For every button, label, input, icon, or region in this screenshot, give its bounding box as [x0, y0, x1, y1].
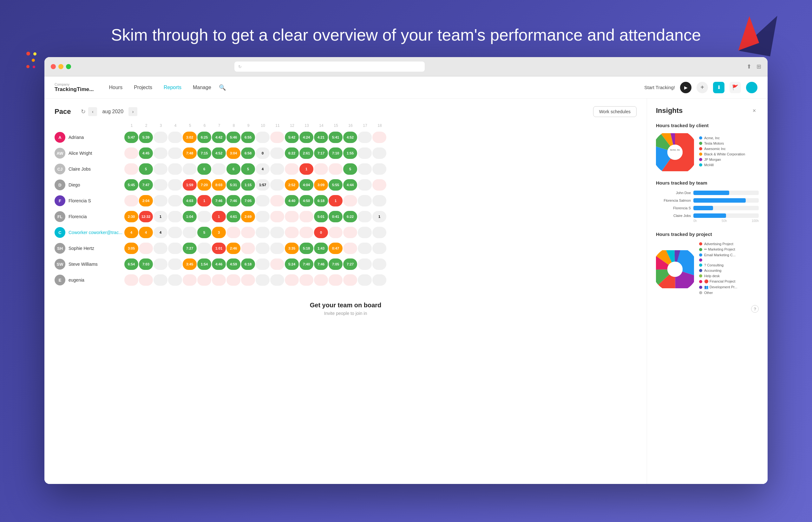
day-bubble[interactable]: 5:45: [124, 179, 138, 190]
day-bubble[interactable]: 6: [197, 163, 211, 175]
download-button[interactable]: ⬇: [713, 82, 725, 93]
day-bubble[interactable]: 4:40: [285, 195, 299, 206]
day-bubble[interactable]: 4:42: [212, 132, 226, 143]
day-bubble[interactable]: 4:46: [212, 259, 226, 270]
day-bubble[interactable]: 7:27: [183, 243, 197, 254]
day-bubble[interactable]: 5:24: [285, 259, 299, 270]
day-bubble[interactable]: 5: [139, 163, 153, 175]
day-bubble[interactable]: 3:04: [226, 147, 240, 159]
day-bubble[interactable]: 6:58: [241, 147, 255, 159]
day-bubble[interactable]: 6:25: [197, 132, 211, 143]
search-icon[interactable]: 🔍: [219, 84, 226, 91]
close-dot[interactable]: [51, 64, 56, 69]
day-bubble[interactable]: 4:61: [226, 211, 240, 222]
day-bubble[interactable]: 7:46: [226, 195, 240, 206]
day-bubble[interactable]: 1: [299, 163, 313, 175]
fullscreen-icon[interactable]: ⊞: [756, 63, 761, 70]
day-bubble[interactable]: 1:55: [343, 147, 357, 159]
day-bubble[interactable]: 6:55: [241, 132, 255, 143]
day-bubble[interactable]: 7:03: [139, 259, 153, 270]
maximize-dot[interactable]: [66, 64, 71, 69]
day-bubble[interactable]: 7:20: [197, 179, 211, 190]
day-bubble[interactable]: 5:47: [124, 132, 138, 143]
day-bubble[interactable]: 0: [314, 227, 328, 238]
day-bubble[interactable]: 7:17: [314, 147, 328, 159]
day-bubble[interactable]: 1: [197, 195, 211, 206]
work-schedules-button[interactable]: Work schedules: [593, 106, 637, 117]
day-bubble[interactable]: 7:05: [329, 259, 342, 270]
day-bubble[interactable]: 4:52: [212, 147, 226, 159]
day-bubble[interactable]: 12:32: [139, 211, 153, 222]
day-bubble[interactable]: 7:47: [139, 179, 153, 190]
day-bubble[interactable]: 2:46: [226, 243, 240, 254]
day-bubble[interactable]: 4:24: [299, 132, 313, 143]
day-bubble[interactable]: 4:44: [343, 179, 357, 190]
day-bubble[interactable]: 1:15: [241, 179, 255, 190]
nav-manage[interactable]: Manage: [193, 83, 211, 92]
day-bubble[interactable]: 2:30: [124, 211, 138, 222]
share-icon[interactable]: ⬆: [747, 63, 751, 70]
day-bubble[interactable]: 5: [241, 163, 255, 175]
nav-projects[interactable]: Projects: [134, 83, 152, 92]
day-bubble[interactable]: 3:05: [124, 243, 138, 254]
day-bubble[interactable]: 4:45: [139, 147, 153, 159]
day-bubble[interactable]: 5:39: [139, 132, 153, 143]
day-bubble[interactable]: 4:21: [314, 132, 328, 143]
help-icon[interactable]: ?: [751, 305, 759, 313]
minimize-dot[interactable]: [58, 64, 63, 69]
nav-reports[interactable]: Reports: [164, 83, 181, 92]
day-bubble[interactable]: 3:02: [183, 132, 197, 143]
day-bubble[interactable]: 1:43: [314, 243, 328, 254]
day-bubble[interactable]: 4: [139, 227, 153, 238]
day-bubble[interactable]: 4:52: [343, 132, 357, 143]
flag-button[interactable]: 🚩: [730, 82, 741, 93]
day-bubble[interactable]: 1:54: [197, 259, 211, 270]
day-bubble[interactable]: 6:22: [343, 211, 357, 222]
day-bubble[interactable]: 7:10: [329, 147, 342, 159]
day-bubble[interactable]: 2:69: [241, 211, 255, 222]
day-bubble[interactable]: 4:50: [299, 195, 313, 206]
day-bubble[interactable]: 3:35: [285, 243, 299, 254]
day-bubble[interactable]: 7:48: [183, 147, 197, 159]
day-bubble[interactable]: 0:41: [329, 211, 342, 222]
day-bubble[interactable]: 8:03: [212, 179, 226, 190]
day-bubble[interactable]: 5: [197, 227, 211, 238]
day-bubble[interactable]: 7:27: [343, 259, 357, 270]
day-bubble[interactable]: 6: [226, 163, 240, 175]
day-bubble[interactable]: 7:46: [314, 259, 328, 270]
day-bubble[interactable]: 7:40: [299, 259, 313, 270]
day-bubble[interactable]: 4: [124, 227, 138, 238]
day-bubble[interactable]: 5:41: [329, 132, 342, 143]
add-button[interactable]: +: [696, 82, 708, 93]
close-insights-button[interactable]: ×: [750, 106, 759, 115]
day-bubble[interactable]: 1: [212, 211, 226, 222]
day-bubble[interactable]: 1:01: [212, 243, 226, 254]
day-bubble[interactable]: 0:47: [329, 243, 342, 254]
next-month-button[interactable]: ›: [128, 107, 137, 116]
day-bubble[interactable]: 3:09: [314, 179, 328, 190]
day-bubble[interactable]: 4:59: [226, 259, 240, 270]
day-bubble[interactable]: 4:04: [299, 179, 313, 190]
prev-month-button[interactable]: ‹: [88, 107, 97, 116]
day-bubble[interactable]: 6:22: [285, 147, 299, 159]
day-bubble[interactable]: 1:59: [183, 179, 197, 190]
day-bubble[interactable]: 5:31: [226, 179, 240, 190]
url-bar[interactable]: ↻: [234, 62, 425, 72]
day-bubble[interactable]: 7:46: [212, 195, 226, 206]
nav-hours[interactable]: Hours: [109, 83, 122, 92]
play-button[interactable]: ▶: [680, 82, 691, 93]
day-bubble[interactable]: 5:46: [226, 132, 240, 143]
user-avatar-button[interactable]: [746, 82, 757, 93]
day-bubble[interactable]: 5:18: [299, 243, 313, 254]
day-bubble[interactable]: 1: [329, 195, 342, 206]
day-bubble[interactable]: 2:52: [285, 179, 299, 190]
day-bubble[interactable]: 3:45: [183, 259, 197, 270]
day-bubble[interactable]: 4:03: [183, 195, 197, 206]
day-bubble[interactable]: 5: [343, 163, 357, 175]
day-bubble[interactable]: 5:01: [314, 211, 328, 222]
day-bubble[interactable]: 6:18: [314, 195, 328, 206]
day-bubble[interactable]: 7:15: [197, 147, 211, 159]
day-bubble[interactable]: 1:04: [183, 211, 197, 222]
day-bubble[interactable]: 7:05: [241, 195, 255, 206]
day-bubble[interactable]: 3: [212, 227, 226, 238]
